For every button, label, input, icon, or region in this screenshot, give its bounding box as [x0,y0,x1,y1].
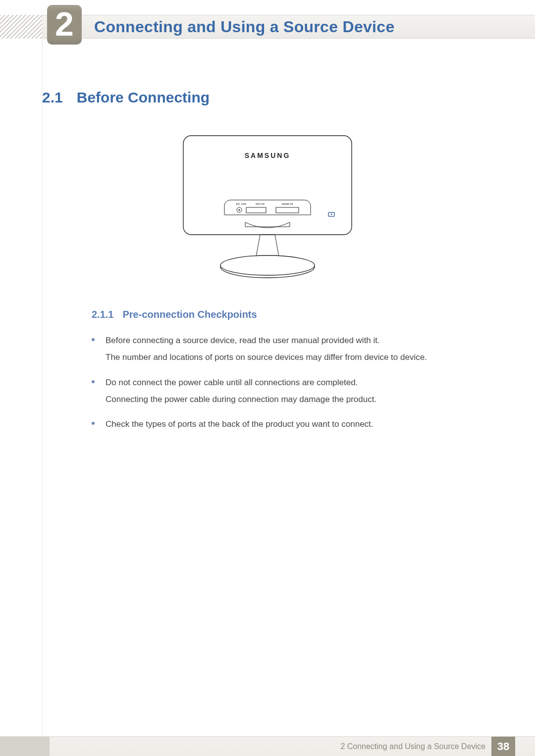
list-item: Do not connect the power cable until all… [92,376,493,410]
bullet-text: Do not connect the power cable until all… [106,376,376,389]
list-item: Before connecting a source device, read … [92,334,493,368]
bullet-text: Connecting the power cable during connec… [106,393,376,406]
section-title: Before Connecting [77,89,210,106]
list-item: Check the types of ports at the back of … [92,418,493,435]
bullet-text: Check the types of ports at the back of … [106,418,374,431]
port-label-1: DVI IN [256,202,265,205]
bullet-text: The number and locations of ports on sou… [106,351,427,364]
chapter-title-wrap: Connecting and Using a Source Device [94,15,515,39]
illustration-wrap: SAMSUNG DC 14V DVI IN HDMI IN [42,133,493,282]
footer-text: 2 Connecting and Using a Source Device [340,742,485,751]
page-footer: 2 Connecting and Using a Source Device 3… [0,736,535,756]
svg-point-5 [220,255,315,275]
bullet-list: Before connecting a source device, read … [92,334,493,435]
svg-point-2 [238,209,240,210]
section-heading: 2.1 Before Connecting [42,89,493,106]
page-number-badge: 38 [491,737,515,756]
svg-rect-3 [246,207,266,213]
footer-left-tab [0,737,50,756]
subsection-number: 2.1.1 [92,309,113,320]
chapter-number-badge: 2 [47,5,82,45]
brand-label: SAMSUNG [245,151,291,159]
header-hatch-decoration [0,15,42,39]
page-number: 38 [497,740,509,753]
chapter-title: Connecting and Using a Source Device [94,18,395,36]
svg-rect-0 [183,136,352,235]
chapter-number: 2 [55,7,74,41]
port-label-0: DC 14V [236,202,246,205]
port-label-2: HDMI IN [282,202,293,205]
kensington-lock-dot [331,214,332,215]
monitor-illustration: SAMSUNG DC 14V DVI IN HDMI IN [181,133,354,282]
port-panel: DC 14V DVI IN HDMI IN [224,200,311,215]
subsection-title: Pre-connection Checkpoints [122,309,257,320]
bullet-dot-icon [92,338,95,341]
bullet-dot-icon [92,422,95,425]
svg-rect-4 [276,207,299,213]
monitor-neck [245,222,290,228]
subsection-heading: 2.1.1 Pre-connection Checkpoints [92,309,493,320]
bullet-text: Before connecting a source device, read … [106,334,427,347]
main-content: 2.1 Before Connecting SAMSUNG DC 14V DVI… [42,89,493,443]
section-number: 2.1 [42,89,63,106]
bullet-dot-icon [92,380,95,383]
